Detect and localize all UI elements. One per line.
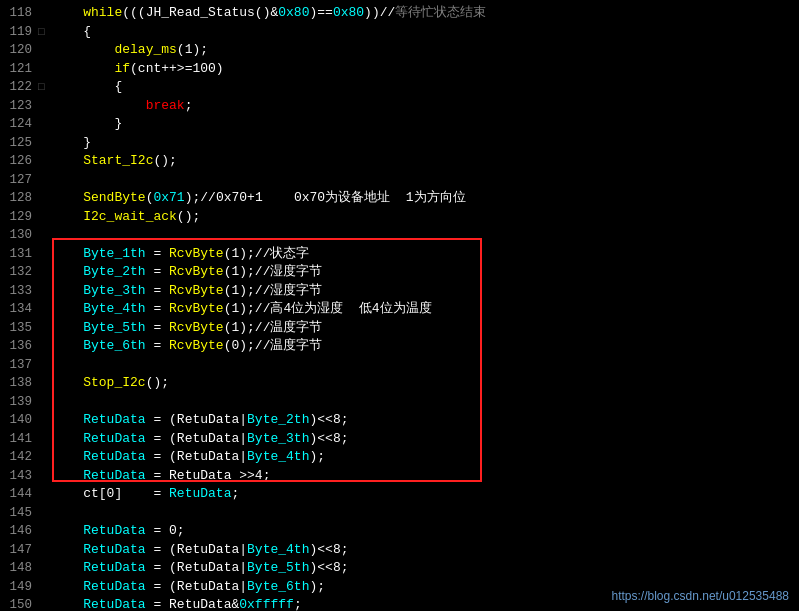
code-token: (0);//	[224, 338, 271, 353]
code-token: I2c_wait_ack	[83, 209, 177, 224]
line-icon	[38, 411, 52, 430]
code-token: );//0x70+1 0x70	[185, 190, 325, 205]
code-token: RetuData	[83, 560, 145, 575]
code-token: = RetuData&	[146, 597, 240, 611]
code-token: Byte_3th	[83, 283, 145, 298]
code-content: }	[52, 134, 799, 153]
table-row: 126 Start_I2c();	[0, 152, 799, 171]
code-content: RetuData = RetuData >>4;	[52, 467, 799, 486]
code-token: RetuData	[83, 431, 145, 446]
code-token	[52, 98, 146, 113]
table-row: 132 Byte_2th = RcvByte(1);//湿度字节	[0, 263, 799, 282]
code-token	[52, 523, 83, 538]
code-token	[52, 338, 83, 353]
code-token: RcvByte	[169, 283, 224, 298]
code-content: ct[0] = RetuData;	[52, 485, 799, 504]
code-content: RetuData = (RetuData|Byte_4th)<<8;	[52, 541, 799, 560]
code-token: }	[52, 135, 91, 150]
code-token: (1);//	[224, 283, 271, 298]
code-token: )<<8;	[309, 412, 348, 427]
code-token: RetuData	[83, 597, 145, 611]
line-icon	[38, 152, 52, 171]
line-icon	[38, 263, 52, 282]
line-number: 150	[0, 596, 38, 611]
code-token: (1);//	[224, 246, 271, 261]
line-icon	[38, 245, 52, 264]
line-icon	[38, 60, 52, 79]
code-token: Byte_2th	[83, 264, 145, 279]
code-token	[52, 431, 83, 446]
code-token	[52, 301, 83, 316]
line-icon	[38, 134, 52, 153]
code-token: Byte_2th	[247, 412, 309, 427]
line-number: 136	[0, 337, 38, 356]
code-token	[52, 264, 83, 279]
code-token	[52, 320, 83, 335]
line-icon	[38, 189, 52, 208]
code-token: ();	[177, 209, 200, 224]
line-number: 145	[0, 504, 38, 523]
code-token	[52, 412, 83, 427]
code-token: =	[146, 246, 169, 261]
code-token: (1);//	[224, 301, 271, 316]
line-icon	[38, 374, 52, 393]
line-number: 148	[0, 559, 38, 578]
code-token: {	[52, 24, 91, 39]
table-row: 121 if(cnt++>=100)	[0, 60, 799, 79]
watermark: https://blog.csdn.net/u012535488	[612, 589, 789, 603]
line-icon	[38, 393, 52, 412]
code-token: while	[83, 5, 122, 20]
table-row: 129 I2c_wait_ack();	[0, 208, 799, 227]
code-token	[52, 246, 83, 261]
line-number: 135	[0, 319, 38, 338]
table-row: 118 while(((JH_Read_Status()&0x80)==0x80…	[0, 4, 799, 23]
code-token: RetuData	[83, 523, 145, 538]
line-number: 146	[0, 522, 38, 541]
line-icon	[38, 171, 52, 190]
table-row: 142 RetuData = (RetuData|Byte_4th);	[0, 448, 799, 467]
code-token: 高4位为湿度 低4位为温度	[270, 301, 431, 316]
line-number: 137	[0, 356, 38, 375]
code-content: RetuData = (RetuData|Byte_4th);	[52, 448, 799, 467]
code-token	[52, 579, 83, 594]
line-icon	[38, 356, 52, 375]
code-content: I2c_wait_ack();	[52, 208, 799, 227]
code-token	[52, 560, 83, 575]
code-content: SendByte(0x71);//0x70+1 0x70为设备地址 1为方向位	[52, 189, 799, 208]
code-content: Byte_2th = RcvByte(1);//湿度字节	[52, 263, 799, 282]
line-icon	[38, 41, 52, 60]
code-content: if(cnt++>=100)	[52, 60, 799, 79]
code-token: RetuData	[83, 449, 145, 464]
code-token: = (RetuData|	[146, 431, 247, 446]
line-number: 127	[0, 171, 38, 190]
table-row: 130	[0, 226, 799, 245]
line-icon	[38, 485, 52, 504]
code-token: Byte_4th	[247, 542, 309, 557]
code-token: RcvByte	[169, 301, 224, 316]
code-token: )<<8;	[309, 431, 348, 446]
code-token: 0x80	[278, 5, 309, 20]
code-token: RetuData	[83, 468, 145, 483]
code-token	[52, 190, 83, 205]
table-row: 124 }	[0, 115, 799, 134]
code-token	[52, 449, 83, 464]
code-token: = 0;	[146, 523, 185, 538]
code-content: {	[52, 23, 799, 42]
code-content: RetuData = 0;	[52, 522, 799, 541]
code-token: Byte_4th	[83, 301, 145, 316]
line-icon	[38, 504, 52, 523]
code-token: )<<8;	[309, 542, 348, 557]
code-token: = (RetuData|	[146, 449, 247, 464]
table-row: 133 Byte_3th = RcvByte(1);//湿度字节	[0, 282, 799, 301]
code-token	[52, 209, 83, 224]
code-token: RetuData	[83, 579, 145, 594]
line-icon	[38, 337, 52, 356]
code-token: break	[146, 98, 185, 113]
code-token: {	[52, 79, 122, 94]
code-token	[52, 597, 83, 611]
code-token: RetuData	[169, 486, 231, 501]
code-token: (1);//	[224, 320, 271, 335]
code-token: }	[52, 116, 122, 131]
code-token: if	[114, 61, 130, 76]
line-number: 133	[0, 282, 38, 301]
